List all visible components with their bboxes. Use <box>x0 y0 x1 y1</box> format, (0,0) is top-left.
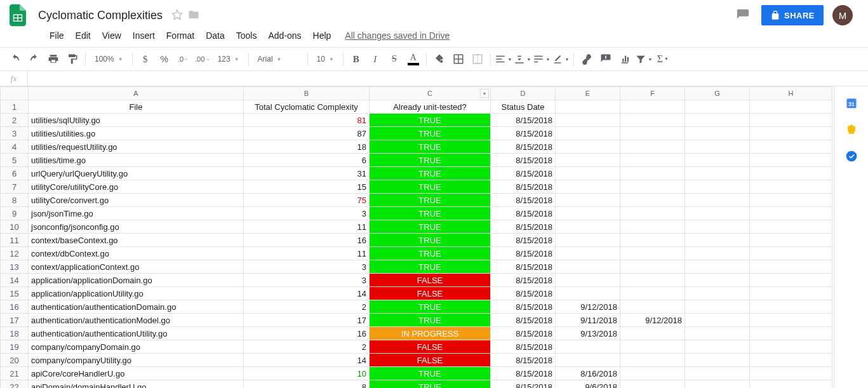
cell-file[interactable]: utilities/time.go <box>29 154 244 167</box>
cell-tested[interactable]: TRUE <box>370 367 491 380</box>
formula-input[interactable] <box>28 71 868 86</box>
cell-empty[interactable] <box>750 380 832 389</box>
cell-empty[interactable] <box>750 154 832 167</box>
cell-file[interactable]: utilities/utilities.go <box>29 127 244 140</box>
tasks-icon[interactable] <box>845 150 858 163</box>
header-cell[interactable] <box>556 100 620 114</box>
cell-f[interactable] <box>620 367 685 380</box>
row-header[interactable]: 13 <box>1 260 29 274</box>
cell-file[interactable]: context/dbContext.go <box>29 247 244 260</box>
row-header[interactable]: 1 <box>1 100 29 114</box>
cell-empty[interactable] <box>685 354 750 367</box>
font-combo[interactable]: Arial▼ <box>253 51 304 67</box>
cell-date[interactable]: 8/15/2018 <box>491 140 556 154</box>
header-cell[interactable] <box>620 100 685 114</box>
cell-empty[interactable] <box>685 234 750 247</box>
cell-tested[interactable]: TRUE <box>370 114 491 127</box>
cell-tested[interactable]: TRUE <box>370 260 491 274</box>
cell-empty[interactable] <box>750 140 832 154</box>
cell-cc[interactable]: 75 <box>244 194 370 207</box>
cell-f[interactable] <box>620 180 685 194</box>
menu-edit[interactable]: Edit <box>70 28 96 43</box>
cell-f[interactable] <box>620 354 685 367</box>
header-cell[interactable]: File <box>29 100 244 114</box>
cell-file[interactable]: apiDomain/domainHandlerU.go <box>29 380 244 389</box>
cell-empty[interactable] <box>750 367 832 380</box>
cell-file[interactable]: company/companyUtility.go <box>29 354 244 367</box>
cell-empty[interactable] <box>685 114 750 127</box>
comment-button[interactable] <box>597 50 615 68</box>
cell-empty[interactable] <box>685 327 750 340</box>
cell-f[interactable] <box>620 140 685 154</box>
header-cell[interactable]: Total Cyclomatic Complexity <box>244 100 370 114</box>
cell-f[interactable] <box>620 220 685 234</box>
cell-empty[interactable] <box>685 367 750 380</box>
menu-data[interactable]: Data <box>201 28 230 43</box>
cell-empty[interactable] <box>685 274 750 287</box>
cell-date[interactable]: 8/15/2018 <box>491 327 556 340</box>
col-header-B[interactable]: B <box>244 87 370 100</box>
cell-empty[interactable] <box>750 207 832 220</box>
col-header-C[interactable]: C▾ <box>370 87 491 100</box>
cell-tested[interactable]: TRUE <box>370 207 491 220</box>
cell-f[interactable] <box>620 127 685 140</box>
cell-e[interactable] <box>556 207 620 220</box>
cell-e[interactable] <box>556 287 620 300</box>
h-align-button[interactable]: ▼ <box>495 50 512 68</box>
wrap-button[interactable]: ▼ <box>533 50 551 68</box>
dec-increase-button[interactable]: .00→ <box>194 50 211 68</box>
cell-date[interactable]: 8/15/2018 <box>491 180 556 194</box>
cell-cc[interactable]: 6 <box>244 154 370 167</box>
cell-empty[interactable] <box>685 154 750 167</box>
cell-date[interactable]: 8/15/2018 <box>491 194 556 207</box>
cell-f[interactable] <box>620 114 685 127</box>
cell-f[interactable] <box>620 154 685 167</box>
cell-f[interactable] <box>620 300 685 314</box>
row-header[interactable]: 7 <box>1 180 29 194</box>
cell-e[interactable] <box>556 194 620 207</box>
menu-view[interactable]: View <box>97 28 126 43</box>
col-header-D[interactable]: D <box>491 87 556 100</box>
cell-f[interactable]: 9/12/2018 <box>620 314 685 327</box>
cell-empty[interactable] <box>685 247 750 260</box>
print-button[interactable] <box>44 50 62 68</box>
cell-tested[interactable]: TRUE <box>370 300 491 314</box>
cell-cc[interactable]: 2 <box>244 340 370 354</box>
cell-empty[interactable] <box>685 140 750 154</box>
row-header[interactable]: 4 <box>1 140 29 154</box>
cell-f[interactable] <box>620 260 685 274</box>
cell-empty[interactable] <box>685 380 750 389</box>
cell-e[interactable] <box>556 180 620 194</box>
font-size-combo[interactable]: 10▼ <box>312 51 339 67</box>
cell-empty[interactable] <box>750 354 832 367</box>
row-header[interactable]: 3 <box>1 127 29 140</box>
cell-empty[interactable] <box>750 274 832 287</box>
row-header[interactable]: 18 <box>1 327 29 340</box>
cell-cc[interactable]: 3 <box>244 274 370 287</box>
cell-tested[interactable]: FALSE <box>370 274 491 287</box>
keep-icon[interactable] <box>845 123 858 136</box>
cell-e[interactable] <box>556 234 620 247</box>
row-header[interactable]: 19 <box>1 340 29 354</box>
cell-tested[interactable]: TRUE <box>370 314 491 327</box>
cell-e[interactable] <box>556 114 620 127</box>
cell-tested[interactable]: TRUE <box>370 247 491 260</box>
cell-cc[interactable]: 16 <box>244 327 370 340</box>
cell-date[interactable]: 8/15/2018 <box>491 380 556 389</box>
cell-empty[interactable] <box>750 287 832 300</box>
cell-cc[interactable]: 14 <box>244 287 370 300</box>
cell-file[interactable]: authentication/authenticationModel.go <box>29 314 244 327</box>
cell-e[interactable] <box>556 167 620 180</box>
cell-cc[interactable]: 11 <box>244 220 370 234</box>
undo-button[interactable] <box>6 50 24 68</box>
header-cell[interactable] <box>685 100 750 114</box>
cell-date[interactable]: 8/15/2018 <box>491 220 556 234</box>
cell-cc[interactable]: 3 <box>244 260 370 274</box>
row-header[interactable]: 8 <box>1 194 29 207</box>
cell-e[interactable] <box>556 127 620 140</box>
rotate-button[interactable]: ▼ <box>552 50 570 68</box>
cell-date[interactable]: 8/15/2018 <box>491 260 556 274</box>
cell-date[interactable]: 8/15/2018 <box>491 127 556 140</box>
cell-f[interactable] <box>620 274 685 287</box>
cell-file[interactable]: application/applicationUtility.go <box>29 287 244 300</box>
